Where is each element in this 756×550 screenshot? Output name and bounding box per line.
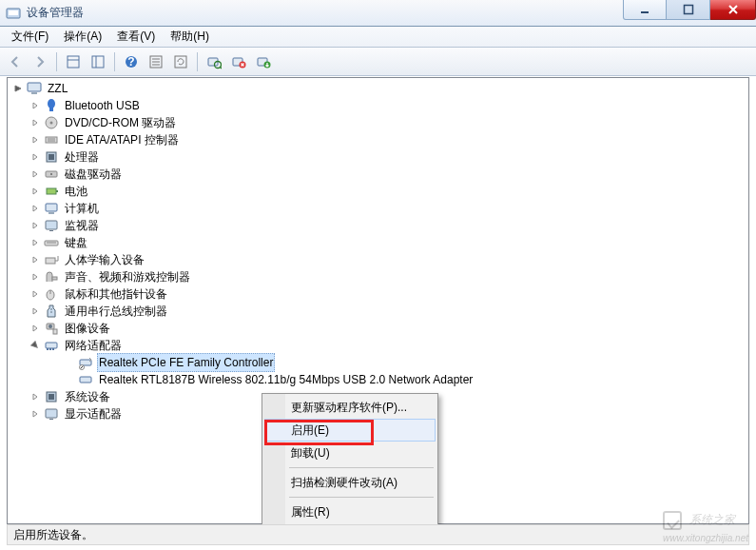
tree-category[interactable]: 计算机 [29, 200, 748, 217]
category-label: 图像设备 [63, 320, 112, 337]
menu-action[interactable]: 操作(A) [56, 27, 109, 47]
category-label: 磁盘驱动器 [63, 166, 124, 183]
category-label: 声音、视频和游戏控制器 [63, 268, 192, 285]
category-label: IDE ATA/ATAPI 控制器 [63, 131, 181, 148]
menu-file[interactable]: 文件(F) [4, 27, 56, 47]
tree-category[interactable]: IDE ATA/ATAPI 控制器 [29, 131, 748, 148]
nic-icon [78, 372, 93, 387]
svg-rect-56 [49, 348, 51, 350]
tree-category[interactable]: 人体学输入设备 [29, 251, 748, 268]
tree-children: Bluetooth USBDVD/CD-ROM 驱动器IDE ATA/ATAPI… [11, 97, 748, 337]
tree-category[interactable]: 键盘 [29, 234, 748, 251]
ctx-scan-hardware[interactable]: 扫描检测硬件改动(A) [264, 471, 436, 494]
svg-rect-60 [80, 377, 91, 383]
category-icon [44, 235, 59, 250]
toolbar-refresh-button[interactable] [169, 50, 192, 73]
svg-rect-46 [52, 277, 57, 280]
window-title: 设备管理器 [27, 5, 84, 21]
context-menu-separator [289, 467, 434, 468]
minimize-button[interactable] [623, 0, 667, 20]
svg-point-29 [50, 122, 53, 125]
category-label: 系统设备 [63, 388, 112, 405]
computer-icon [27, 81, 42, 96]
tree-root-label: ZZL [46, 80, 69, 97]
tree-category[interactable]: 电池 [29, 183, 748, 200]
svg-rect-3 [684, 6, 692, 14]
menu-view[interactable]: 查看(V) [109, 27, 163, 47]
maximize-button[interactable] [667, 0, 710, 20]
category-label: 网络适配器 [63, 337, 124, 354]
close-button[interactable] [710, 0, 756, 20]
category-label: 监视器 [63, 217, 101, 234]
category-label: DVD/CD-ROM 驱动器 [63, 114, 178, 131]
category-icon [44, 304, 59, 319]
ctx-enable[interactable]: 启用(E) [264, 419, 436, 442]
category-icon [44, 218, 59, 233]
toolbar-view2-button[interactable] [87, 50, 109, 73]
category-icon [44, 98, 59, 113]
svg-point-52 [48, 324, 52, 328]
svg-rect-14 [175, 56, 186, 68]
toolbar: ? [0, 48, 756, 76]
tree-root[interactable]: ZZL [11, 80, 748, 97]
help-button[interactable]: ? [120, 50, 143, 73]
toolbar-scan-button[interactable] [203, 50, 225, 73]
toolbar-separator [114, 52, 115, 71]
tree-device-nic1[interactable]: Realtek RTL8187B Wireless 802.11b/g 54Mb… [63, 371, 748, 388]
back-button[interactable] [4, 50, 27, 73]
category-icon [44, 406, 59, 422]
device-tree: ZZL Bluetooth USBDVD/CD-ROM 驱动器IDE ATA/A… [8, 78, 748, 424]
menu-help[interactable]: 帮助(H) [163, 27, 217, 47]
toolbar-uninstall-button[interactable] [227, 50, 250, 73]
category-label: 鼠标和其他指针设备 [63, 285, 169, 303]
ctx-properties[interactable]: 属性(R) [264, 501, 436, 523]
tree-category[interactable]: DVD/CD-ROM 驱动器 [29, 114, 748, 131]
tree-category[interactable]: 处理器 [29, 148, 748, 166]
category-label: 人体学输入设备 [63, 251, 146, 268]
svg-point-50 [50, 311, 52, 313]
toolbar-view1-button[interactable] [62, 50, 85, 73]
statusbar-text: 启用所选设备。 [13, 527, 93, 543]
toolbar-enable-button[interactable] [252, 50, 275, 73]
network-icon [44, 338, 59, 353]
svg-rect-39 [46, 204, 57, 211]
ctx-update-driver[interactable]: 更新驱动程序软件(P)... [264, 396, 436, 419]
device-label: Realtek PCIe FE Family Controller [97, 353, 275, 372]
category-icon [44, 269, 59, 285]
category-icon [44, 149, 59, 165]
svg-rect-6 [92, 56, 104, 68]
svg-rect-55 [47, 348, 48, 350]
category-icon [44, 286, 59, 302]
ctx-uninstall[interactable]: 卸载(U) [264, 442, 436, 464]
category-label: 通用串行总线控制器 [63, 303, 169, 320]
tree-category[interactable]: 通用串行总线控制器 [29, 303, 748, 320]
category-icon [44, 115, 59, 130]
category-icon [44, 201, 59, 216]
tree-category[interactable]: Bluetooth USB [29, 97, 748, 114]
toolbar-props-button[interactable] [145, 50, 167, 73]
tree-category[interactable]: 声音、视频和游戏控制器 [29, 268, 748, 285]
category-icon [44, 132, 59, 147]
tree-device-nic0[interactable]: Realtek PCIe FE Family Controller [63, 354, 748, 371]
app-icon [6, 6, 21, 21]
context-menu: 更新驱动程序软件(P)... 启用(E) 卸载(U) 扫描检测硬件改动(A) 属… [262, 393, 438, 526]
forward-button[interactable] [29, 50, 51, 73]
svg-rect-63 [46, 409, 57, 418]
tree-category-network[interactable]: 网络适配器 [29, 337, 748, 354]
tree-category[interactable]: 监视器 [29, 217, 748, 234]
category-label: 键盘 [63, 234, 89, 251]
svg-rect-38 [56, 190, 58, 192]
svg-rect-64 [49, 419, 53, 420]
svg-rect-42 [49, 230, 53, 231]
nic-icon [78, 355, 93, 370]
svg-rect-25 [31, 92, 37, 94]
tree-category[interactable]: 磁盘驱动器 [29, 166, 748, 183]
svg-rect-24 [28, 83, 41, 91]
svg-rect-54 [46, 343, 57, 348]
device-label: Realtek RTL8187B Wireless 802.11b/g 54Mb… [97, 371, 475, 388]
tree-category[interactable]: 图像设备 [29, 320, 748, 337]
svg-rect-62 [48, 394, 54, 400]
svg-rect-2 [641, 11, 649, 13]
tree-category[interactable]: 鼠标和其他指针设备 [29, 285, 748, 303]
svg-rect-40 [48, 212, 54, 214]
